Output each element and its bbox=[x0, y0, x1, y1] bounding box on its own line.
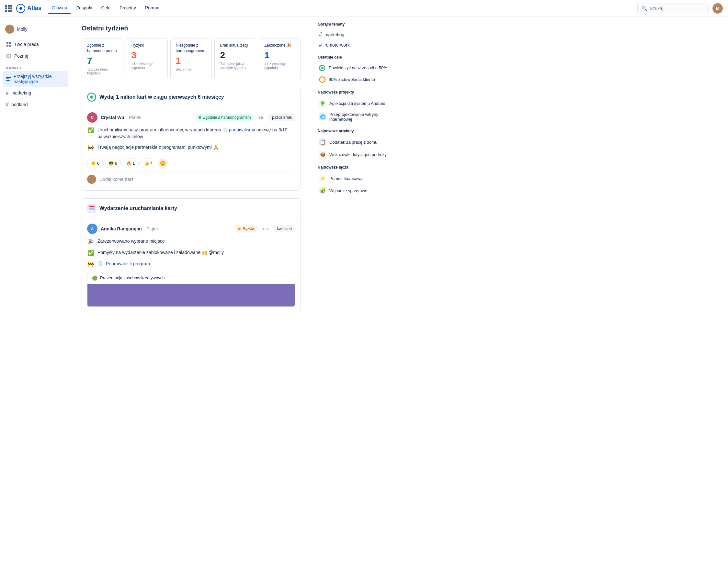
reaction-cool-1[interactable]: 😎 6 bbox=[105, 159, 121, 168]
main-content: Ostatni tydzień Zgodnie z harmonogramem … bbox=[71, 17, 311, 576]
recent-goal-2[interactable]: 95% zadowolenia klienta bbox=[318, 75, 388, 85]
nav-zespoly[interactable]: Zespoły bbox=[72, 3, 96, 14]
sidebar-item-your-work-label: Twoja praca bbox=[14, 42, 38, 47]
link-item-hardware[interactable]: 🧩 Wsparcie sprzętowe bbox=[318, 185, 388, 196]
comment-placeholder-1[interactable]: Dodaj komentarz bbox=[100, 177, 134, 182]
status-label-1: Zgodnie z harmonogramem bbox=[203, 115, 251, 120]
sidebar-item-portland-label: portland bbox=[11, 102, 28, 107]
recent-goal-icon-1 bbox=[319, 65, 325, 71]
stat-off-track-number: 1 bbox=[176, 56, 207, 66]
sidebar-item-portland[interactable]: # portland bbox=[3, 99, 68, 110]
stat-on-track-number: 7 bbox=[87, 56, 118, 66]
comment-row-1: Dodaj komentarz bbox=[87, 171, 295, 185]
sidebar-item-discover[interactable]: Poznaj bbox=[3, 51, 68, 61]
update-item-2-2: 🚧 🗒️ Poprowadzić program bbox=[87, 260, 295, 268]
nav-hlavna[interactable]: Główna bbox=[48, 3, 71, 14]
link-label-financial: Pomoc finansowa bbox=[329, 176, 363, 181]
article-icon-home-office: 📋 bbox=[319, 139, 326, 146]
topic-label-remote-work: remote-work bbox=[324, 42, 350, 48]
latest-articles-heading: Najnowsze artykuły bbox=[318, 129, 388, 133]
hash-icon-portland: # bbox=[6, 102, 9, 108]
stat-at-risk-number: 3 bbox=[132, 50, 162, 60]
goal-icon-1 bbox=[87, 92, 96, 102]
recent-goal-label-1: Powiększyć nasz zespół o 50% bbox=[329, 65, 387, 71]
nav-projekty[interactable]: Projekty bbox=[116, 3, 140, 14]
check-icon-2: ✅ bbox=[87, 250, 94, 257]
logo-icon bbox=[16, 4, 25, 13]
latest-links-heading: Najnowsze łącza bbox=[318, 165, 388, 170]
topic-hash-remote-work: # bbox=[319, 42, 322, 48]
svg-rect-0 bbox=[6, 42, 8, 44]
sidebar-user-name: Molly bbox=[17, 27, 28, 32]
update-link-1-0[interactable]: podpisaliśmy bbox=[229, 127, 255, 132]
comment-avatar-1 bbox=[87, 175, 96, 184]
sidebar-item-your-work[interactable]: Twoja praca bbox=[3, 39, 68, 50]
project-item-android[interactable]: 🌵 Aplikacja dla systemu Android bbox=[318, 98, 388, 109]
nav-pomoc[interactable]: Pomoc bbox=[141, 3, 163, 14]
update-text-2-0: Zarezerwowano wybrane miejsce bbox=[98, 238, 165, 244]
article-item-home-office[interactable]: 📋 Dodatek za pracę z domu bbox=[318, 137, 388, 148]
stat-at-risk-label: Ryzyko bbox=[132, 43, 162, 48]
sidebar-item-discover-label: Poznaj bbox=[14, 53, 28, 59]
reactions-1: 👏 6 😎 6 🔥 1 👍 4 🙂 bbox=[87, 155, 295, 171]
recent-goal-1[interactable]: Powiększyć nasz zespół o 50% bbox=[318, 63, 388, 73]
page-icon-2: 🗒️ bbox=[98, 260, 103, 267]
article-label-home-office: Dodatek za pracę z domu bbox=[329, 140, 377, 145]
presentation-thumbnail bbox=[87, 284, 295, 307]
topic-item-remote-work[interactable]: # remote-work bbox=[318, 40, 388, 50]
project-label-website: Przeprojektowanie witryny internetowej bbox=[329, 112, 387, 122]
stat-completed: Zakończone 🎉 1 +1 z zeszłego tygodnia bbox=[259, 38, 300, 79]
latest-projects-heading: Najnowsze projekty bbox=[318, 90, 388, 94]
project-label-android: Aplikacja dla systemu Android bbox=[329, 101, 385, 106]
status-dot-1 bbox=[198, 116, 201, 119]
link-icon-financial: ⚡ bbox=[319, 175, 326, 182]
project-icon-website: 🌐 bbox=[319, 113, 326, 120]
recent-goals-heading: Ostatnie cele bbox=[318, 55, 388, 60]
link-label-hardware: Wsparcie sprzętowe bbox=[329, 188, 367, 193]
topic-item-marketing[interactable]: # marketing bbox=[318, 30, 388, 39]
reaction-thumbs-1[interactable]: 👍 4 bbox=[140, 159, 156, 168]
sidebar: Molly Twoja praca Poznaj Kanały Przejrzy… bbox=[0, 17, 71, 576]
sidebar-item-all-channels[interactable]: Przejrzyj wszystkie następujące bbox=[3, 71, 68, 87]
search-input[interactable] bbox=[650, 6, 704, 11]
project-icon-android: 🌵 bbox=[319, 100, 326, 107]
presentation-header: 🟢 Prezentacja zasobów kreatywnych bbox=[87, 272, 295, 284]
svg-rect-2 bbox=[6, 45, 8, 47]
sidebar-item-marketing[interactable]: # marketing bbox=[3, 87, 68, 98]
update-link-2-2[interactable]: Poprowadzić program bbox=[106, 260, 150, 267]
sidebar-user[interactable]: Molly bbox=[3, 22, 68, 36]
stat-on-track: Zgodnie z harmonogramem 7 -2 z zeszłego … bbox=[82, 38, 124, 79]
svg-rect-1 bbox=[9, 42, 11, 44]
update-text-2-1: Pomysły na wydarzenie zablokowane i zała… bbox=[98, 249, 224, 256]
sidebar-user-avatar bbox=[5, 25, 14, 34]
svg-rect-7 bbox=[6, 79, 9, 80]
link-item-financial[interactable]: ⚡ Pomoc finansowa bbox=[318, 173, 388, 184]
status-dot-2 bbox=[238, 228, 241, 230]
stat-off-track-sub: Bez zmian bbox=[176, 67, 207, 71]
logo[interactable]: Atlas bbox=[16, 4, 42, 13]
reaction-clap-1[interactable]: 👏 6 bbox=[87, 159, 103, 168]
nav-cele[interactable]: Cele bbox=[98, 3, 115, 14]
link-icon-hardware: 🧩 bbox=[319, 187, 326, 194]
update-card-1: C Crystal Wu Piątek Zgodnie z harmonogra… bbox=[82, 107, 300, 190]
project-item-website[interactable]: 🌐 Przeprojektowanie witryny internetowej bbox=[318, 110, 388, 124]
update-text-1-0: Uruchomiliśmy nasz program influencerów,… bbox=[98, 127, 222, 132]
period-badge-2: kwiecień bbox=[274, 225, 295, 232]
sidebar-item-all-channels-label: Przejrzyj wszystkie następujące bbox=[14, 74, 65, 84]
app-switcher-icon[interactable] bbox=[5, 5, 12, 12]
stats-row: Zgodnie z harmonogramem 7 -2 z zeszłego … bbox=[82, 38, 300, 79]
author-avatar-2: A bbox=[87, 224, 98, 234]
update-header-1: C Crystal Wu Piątek Zgodnie z harmonogra… bbox=[87, 112, 295, 123]
presentation-icon: 🟢 bbox=[92, 276, 98, 281]
page-layout: Molly Twoja praca Poznaj Kanały Przejrzy… bbox=[0, 17, 728, 576]
topic-label-marketing: marketing bbox=[324, 32, 344, 37]
user-avatar[interactable]: M bbox=[712, 3, 723, 13]
search-box[interactable]: 🔍 bbox=[637, 4, 708, 13]
status-label-2: Ryzyko bbox=[243, 227, 255, 231]
period-badge-1: październik bbox=[269, 114, 295, 121]
svg-point-5 bbox=[8, 56, 9, 57]
add-reaction-1[interactable]: 🙂 bbox=[158, 159, 168, 168]
reaction-fire-1[interactable]: 🔥 1 bbox=[123, 159, 139, 168]
compass-icon bbox=[6, 53, 12, 59]
article-item-travel[interactable]: 📦 Wskazówki dotyczące podróży bbox=[318, 149, 388, 160]
